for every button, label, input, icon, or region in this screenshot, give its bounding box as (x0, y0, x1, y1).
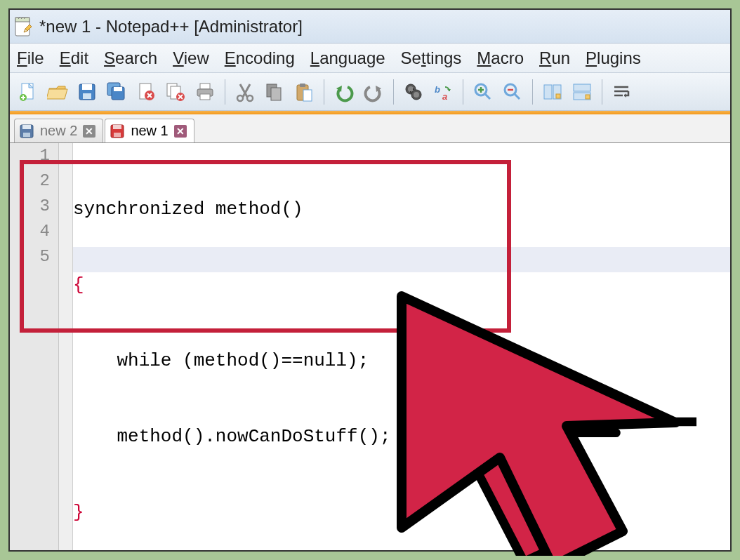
tab-strip: new 2 ✕ new 1 ✕ (10, 111, 730, 143)
menu-view[interactable]: View (173, 48, 209, 68)
line-number: 4 (10, 222, 58, 247)
replace-button[interactable]: ba (430, 79, 456, 105)
svg-rect-41 (23, 133, 30, 137)
svg-text:a: a (442, 91, 447, 102)
toolbar-separator (602, 79, 602, 105)
app-icon (14, 16, 32, 37)
svg-rect-40 (22, 125, 31, 129)
svg-rect-44 (114, 133, 121, 137)
menu-encoding[interactable]: Encoding (225, 48, 295, 68)
print-button[interactable] (192, 79, 218, 105)
menu-settings[interactable]: Settings (401, 48, 462, 68)
sync-v-button[interactable] (540, 79, 565, 105)
copy-button[interactable] (262, 79, 287, 105)
paste-button[interactable] (291, 79, 317, 105)
menu-plugins[interactable]: Plugins (586, 48, 641, 68)
find-button[interactable] (401, 79, 426, 105)
menu-edit[interactable]: Edit (60, 48, 88, 68)
svg-rect-35 (556, 94, 560, 98)
close-button[interactable] (133, 79, 159, 105)
svg-rect-21 (271, 88, 281, 100)
svg-point-28 (414, 92, 419, 98)
window-title: *new 1 - Notepad++ [Administrator] (39, 17, 303, 36)
fold-margin (59, 143, 73, 550)
svg-rect-9 (114, 87, 122, 91)
svg-rect-6 (83, 93, 91, 99)
new-file-button[interactable] (15, 79, 41, 105)
svg-rect-5 (82, 84, 92, 90)
cut-button[interactable] (232, 79, 258, 105)
menubar: File Edit Search View Encoding Language … (10, 44, 730, 73)
line-number: 3 (10, 196, 58, 222)
save-all-button[interactable] (104, 79, 129, 105)
document-tab[interactable]: new 2 ✕ (14, 119, 103, 142)
svg-rect-38 (586, 95, 590, 99)
toolbar-separator (463, 79, 463, 105)
close-all-button[interactable] (163, 79, 188, 105)
open-file-button[interactable] (45, 79, 70, 105)
code-content[interactable]: synchronized method() { while (method()=… (73, 143, 730, 550)
editor-area[interactable]: 1 2 3 4 5 synchronized method() { while … (10, 143, 730, 550)
svg-rect-33 (544, 85, 552, 99)
app-window: *new 1 - Notepad++ [Administrator] File … (8, 8, 732, 552)
svg-rect-24 (303, 90, 312, 101)
toolbar-separator (393, 79, 394, 105)
menu-search[interactable]: Search (104, 48, 157, 68)
document-tab[interactable]: new 1 ✕ (105, 119, 194, 142)
menu-macro[interactable]: Macro (477, 48, 524, 68)
svg-rect-1 (15, 18, 29, 22)
wrap-button[interactable] (609, 79, 635, 105)
tab-label: new 2 (40, 123, 77, 139)
save-button[interactable] (74, 79, 100, 105)
svg-rect-15 (200, 84, 210, 89)
zoom-out-button[interactable] (500, 79, 525, 105)
tab-close-button[interactable]: ✕ (174, 125, 187, 138)
line-number: 5 (10, 247, 58, 272)
toolbar-separator (225, 79, 225, 105)
svg-text:b: b (435, 84, 440, 95)
svg-rect-36 (574, 84, 590, 91)
save-state-icon (19, 124, 34, 139)
menu-run[interactable]: Run (539, 48, 570, 68)
menu-file[interactable]: File (17, 48, 44, 68)
line-number: 1 (10, 146, 58, 171)
titlebar: *new 1 - Notepad++ [Administrator] (10, 10, 730, 44)
tab-label: new 1 (131, 123, 168, 139)
svg-rect-17 (200, 94, 210, 100)
svg-rect-23 (300, 84, 305, 87)
toolbar: ba (10, 73, 730, 111)
line-number-gutter: 1 2 3 4 5 (10, 143, 59, 550)
zoom-in-button[interactable] (470, 79, 496, 105)
unsaved-icon (110, 124, 125, 139)
redo-button[interactable] (361, 79, 386, 105)
tab-close-button[interactable]: ✕ (83, 125, 95, 138)
toolbar-separator (532, 79, 533, 105)
undo-button[interactable] (331, 79, 357, 105)
svg-point-18 (237, 95, 243, 101)
toolbar-separator (324, 79, 324, 105)
svg-rect-43 (113, 125, 121, 129)
svg-point-19 (247, 95, 253, 101)
line-number: 2 (10, 171, 58, 196)
sync-h-button[interactable] (569, 79, 595, 105)
menu-language[interactable]: Language (310, 48, 385, 68)
